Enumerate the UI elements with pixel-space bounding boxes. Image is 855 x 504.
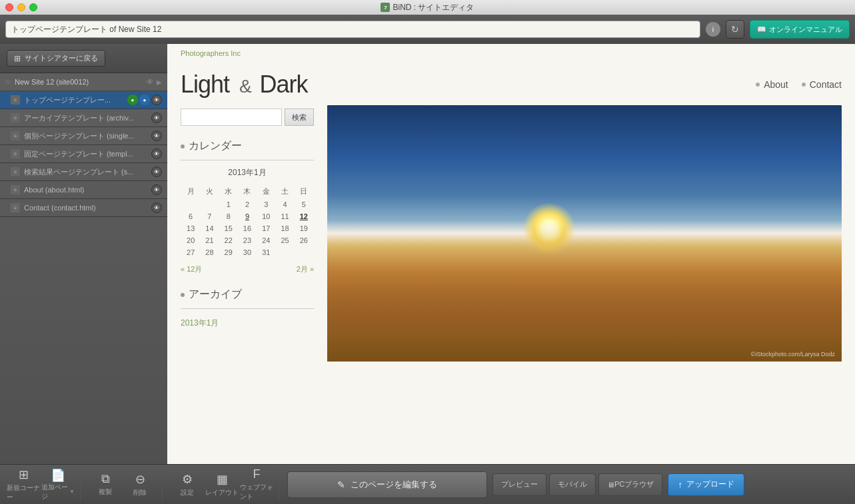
page-item-single[interactable]: ≡ 個別ページテンプレート (single... 👁 — [0, 127, 167, 145]
delete-icon: ⊖ — [135, 472, 145, 487]
nav-label-about: About — [764, 79, 788, 90]
minimize-button[interactable] — [17, 3, 25, 11]
site-item[interactable]: New Site 12 (site0012) 👁 ▶ — [0, 73, 167, 91]
page-label: 固定ページテンプレート (templ... — [24, 149, 151, 159]
refresh-button[interactable]: ↻ — [726, 20, 744, 39]
settings-button[interactable]: ⚙ 設定 — [171, 468, 204, 501]
page-icon: ≡ — [11, 113, 20, 123]
window-controls[interactable] — [5, 3, 37, 11]
site-status-dot — [5, 79, 11, 85]
maximize-button[interactable] — [29, 3, 37, 11]
eye-toggle-button[interactable]: 👁 — [151, 148, 162, 159]
titlebar: 7 BiND : サイトエディタ — [0, 0, 855, 15]
eye-toggle-button[interactable]: 👁 — [151, 184, 162, 195]
upload-label: アップロード — [686, 479, 734, 490]
monitor-icon: 🖥 — [607, 481, 614, 489]
site-body: 検索 カレンダー 2013年1月 月 — [167, 105, 855, 362]
upload-icon: ↑ — [678, 479, 682, 490]
page-label: About (about.html) — [24, 186, 151, 194]
eye-toggle-button[interactable]: 👁 — [151, 113, 162, 123]
content-area: Photographers Inc Light & Dark About — [167, 44, 855, 464]
back-to-sitetheatre-button[interactable]: ⊞ サイトシアターに戻る — [7, 50, 105, 67]
next-month-link[interactable]: 2月 » — [297, 264, 314, 274]
table-row: 1 2 3 4 5 — [182, 199, 313, 210]
page-item-fixed[interactable]: ≡ 固定ページテンプレート (templ... 👁 — [0, 145, 167, 163]
toolbar-group-add: ⊞ 新規コーナー 📄 追加ページ ▼ — [7, 468, 81, 501]
page-item-archive[interactable]: ≡ アーカイブテンプレート (archiv... 👁 — [0, 109, 167, 127]
new-corner-label: 新規コーナー — [7, 483, 40, 502]
page-item-search[interactable]: ≡ 検索結果ページテンプレート (s... 👁 — [0, 163, 167, 181]
archive-widget: アーカイブ 2013年1月 — [181, 288, 314, 331]
webfont-button[interactable]: F ウェブフォント — [240, 468, 273, 501]
day-header-sat: 土 — [276, 185, 293, 198]
prev-month-link[interactable]: « 12月 — [181, 264, 202, 274]
archive-item[interactable]: 2013年1月 — [181, 316, 314, 331]
archive-divider — [181, 308, 314, 309]
eye-icon[interactable]: 👁 — [146, 77, 154, 87]
table-row: 27 28 29 30 31 — [182, 247, 313, 258]
calendar-widget: カレンダー 2013年1月 月 火 水 木 金 — [181, 139, 314, 274]
page-label: Contact (contact.html) — [24, 204, 151, 212]
logo-ampersand: & — [239, 76, 255, 97]
gear-icon: ⚙ — [182, 472, 193, 487]
nav-dot — [756, 83, 760, 87]
green-action-button[interactable]: ● — [127, 95, 138, 105]
calendar-widget-title: カレンダー — [181, 139, 314, 153]
edit-page-button[interactable]: ✎ このページを編集する — [287, 471, 487, 498]
back-button-label: サイトシアターに戻る — [25, 53, 98, 63]
info-button[interactable]: i — [706, 22, 720, 37]
nav-item-about[interactable]: About — [756, 79, 788, 90]
eye-toggle-button[interactable]: 👁 — [151, 166, 162, 177]
app-icon-label: 7 — [384, 5, 387, 11]
page-item-about[interactable]: ≡ About (about.html) 👁 — [0, 181, 167, 199]
page-item-contact[interactable]: ≡ Contact (contact.html) 👁 — [0, 199, 167, 217]
pc-browser-label: PCブラウザ — [614, 479, 654, 489]
search-input[interactable] — [181, 109, 282, 126]
search-bar: 検索 — [181, 109, 314, 126]
edit-icon: ✎ — [337, 479, 345, 490]
online-manual-button[interactable]: 📖 オンラインマニュアル — [750, 20, 850, 39]
top-toolbar: トップページテンプレート of New Site 12 i ↻ 📖 オンラインマ… — [0, 15, 855, 44]
copy-label: 複製 — [99, 487, 112, 497]
calendar-month: 2013年1月 — [181, 167, 314, 178]
widget-dot — [181, 293, 185, 297]
mobile-button[interactable]: モバイル — [549, 473, 596, 496]
site-name: New Site 12 (site0012) — [15, 78, 143, 86]
upload-button[interactable]: ↑ アップロード — [668, 473, 744, 496]
book-icon: 📖 — [757, 25, 766, 34]
page-label: 個別ページテンプレート (single... — [24, 131, 151, 141]
day-header-fri: 金 — [257, 185, 275, 198]
blue-action-button[interactable]: ● — [139, 95, 150, 105]
copy-button[interactable]: ⧉ 複製 — [89, 468, 122, 501]
add-page-icon: 📄 — [51, 468, 65, 483]
search-button[interactable]: 検索 — [285, 109, 314, 126]
edit-page-label: このページを編集する — [351, 479, 437, 491]
image-credit: ©iStockphoto.com/Larysa Dodz — [751, 351, 835, 358]
page-icon: ≡ — [11, 203, 20, 212]
preview-button[interactable]: プレビュー — [492, 473, 546, 496]
add-page-button[interactable]: 📄 追加ページ ▼ — [41, 468, 75, 501]
page-icon: ≡ — [11, 95, 20, 105]
day-header-sun: 日 — [295, 185, 313, 198]
eye-toggle-button[interactable]: 👁 — [151, 130, 162, 141]
toolbar-group-settings: ⚙ 設定 ▦ レイアウト F ウェブフォント — [171, 468, 279, 501]
nav-item-contact[interactable]: Contact — [802, 79, 842, 90]
archive-title: アーカイブ — [189, 288, 242, 302]
copy-icon: ⧉ — [101, 472, 110, 486]
path-bar: トップページテンプレート of New Site 12 — [5, 21, 700, 38]
page-icon: ≡ — [11, 131, 20, 140]
table-row: 13 14 15 16 17 18 19 — [182, 223, 313, 234]
chevron-right-icon[interactable]: ▶ — [157, 79, 162, 86]
delete-button[interactable]: ⊖ 削除 — [123, 468, 157, 501]
font-icon: F — [253, 467, 261, 481]
pc-browser-button[interactable]: 🖥 PCブラウザ — [598, 473, 662, 496]
eye-toggle-button[interactable]: 👁 — [151, 95, 162, 105]
eye-toggle-button[interactable]: 👁 — [151, 202, 162, 213]
website-sidebar: 検索 カレンダー 2013年1月 月 — [181, 105, 314, 362]
new-corner-button[interactable]: ⊞ 新規コーナー — [7, 468, 40, 501]
layout-button[interactable]: ▦ レイアウト — [205, 468, 239, 501]
close-button[interactable] — [5, 3, 13, 11]
logo-part2: Dark — [260, 71, 308, 98]
view-buttons: プレビュー モバイル 🖥 PCブラウザ — [492, 473, 662, 496]
page-item-top[interactable]: ≡ トップページテンプレー... ● ● 👁 — [0, 91, 167, 109]
